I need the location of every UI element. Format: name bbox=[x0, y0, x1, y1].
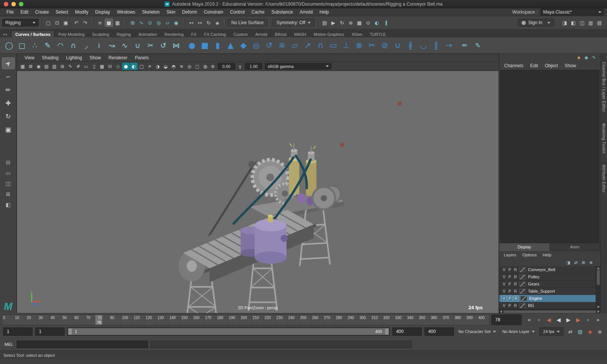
viewport-canvas[interactable]: y x z 2D Pan/Zoom : persp 24 fps bbox=[17, 71, 499, 313]
zoom-window-button[interactable] bbox=[19, 2, 23, 6]
layer-display-type-toggle[interactable]: R bbox=[513, 296, 519, 301]
nurbs-cube-icon[interactable]: ■ bbox=[199, 39, 211, 52]
menu-edit[interactable]: Edit bbox=[17, 9, 32, 15]
shelf-tab-sculpting[interactable]: Sculpting bbox=[88, 31, 113, 37]
camera-attributes-icon[interactable]: ◉ bbox=[35, 63, 42, 70]
gamma-field[interactable]: 1.00 bbox=[245, 63, 262, 69]
layer-playback-toggle[interactable]: P bbox=[507, 274, 513, 280]
layer-visibility-toggle[interactable]: V bbox=[501, 296, 506, 301]
layer-name[interactable]: Gears bbox=[527, 282, 539, 286]
lock-camera-icon[interactable]: ⊠ bbox=[27, 63, 34, 70]
menu-display[interactable]: Display bbox=[92, 9, 113, 15]
character-set-menu[interactable]: No Character Set bbox=[457, 329, 498, 334]
sidebar-toggle-modeling-toolkit-icon[interactable]: ▥ bbox=[587, 19, 595, 27]
construction-history-icon[interactable]: ↻ bbox=[204, 19, 213, 27]
layer-name[interactable]: BG bbox=[527, 303, 534, 308]
extend-curve-icon[interactable]: ↝ bbox=[106, 39, 118, 52]
shelf-tab-turtle[interactable]: TURTLE bbox=[366, 31, 390, 37]
current-frame-field[interactable]: 78 bbox=[491, 315, 522, 325]
channelbox-menu-channels[interactable]: Channels bbox=[501, 63, 527, 68]
layer-menu-options[interactable]: Options bbox=[519, 253, 540, 257]
shelf-tab-custom[interactable]: Custom bbox=[229, 31, 251, 37]
make-live-icon[interactable]: ◉ bbox=[172, 19, 180, 27]
wireframe-icon[interactable]: □ bbox=[138, 63, 146, 70]
select-by-hierarchy-icon[interactable]: ≡ bbox=[96, 19, 104, 27]
animation-start-field[interactable]: 1 bbox=[3, 327, 33, 336]
locator-marker[interactable] bbox=[397, 101, 402, 107]
step-forward-key-button[interactable]: ▶ bbox=[574, 315, 583, 324]
viewport-menu-view[interactable]: View bbox=[21, 55, 38, 60]
project-curve-icon[interactable]: ⊥ bbox=[340, 39, 352, 52]
untrim-icon[interactable]: ⊘ bbox=[379, 39, 391, 52]
use-all-lights-icon[interactable]: ☀ bbox=[146, 63, 153, 70]
menu-select[interactable]: Select bbox=[52, 9, 71, 15]
shelf-tab-fx[interactable]: FX bbox=[187, 31, 200, 37]
layer-tab-anim[interactable]: Anim bbox=[550, 243, 601, 251]
layer-visibility-toggle[interactable]: V bbox=[501, 267, 507, 273]
ipr-render-icon[interactable]: ↻ bbox=[338, 19, 346, 27]
live-surface-button[interactable]: No Live Surface bbox=[227, 19, 268, 26]
shelf-tab-motion-graphics[interactable]: Motion Graphics bbox=[310, 31, 348, 37]
shelf-tab-xgen[interactable]: XGen bbox=[348, 31, 366, 37]
channelbox-menu-show[interactable]: Show bbox=[561, 63, 579, 68]
create-layer-from-selected-icon[interactable]: ⊕ bbox=[588, 259, 594, 266]
playback-loop-icon[interactable]: ⇄ bbox=[566, 327, 574, 336]
layer-color-swatch[interactable] bbox=[519, 275, 526, 279]
menu-skin[interactable]: Skin bbox=[163, 9, 179, 15]
shadows-icon[interactable]: ◑ bbox=[154, 63, 161, 70]
open-close-curve-icon[interactable]: ↺ bbox=[157, 39, 169, 52]
insert-knot-icon[interactable]: ≀ bbox=[93, 39, 105, 52]
pause-evaluation-icon[interactable]: ‖ bbox=[382, 19, 390, 27]
shelf-tab-arnold[interactable]: Arnold bbox=[251, 31, 271, 37]
layer-playback-toggle[interactable]: P bbox=[507, 281, 513, 287]
sidebar-toggle-attribute-editor-icon[interactable]: ◨ bbox=[561, 19, 569, 27]
field-chart-icon[interactable]: ⊟ bbox=[106, 63, 114, 70]
anti-aliasing-icon[interactable]: ≋ bbox=[178, 63, 185, 70]
menu-windows[interactable]: Windows bbox=[113, 9, 139, 15]
layout-persp-outliner-button[interactable]: ◧ bbox=[3, 200, 14, 209]
menu-constrain[interactable]: Constrain bbox=[200, 9, 226, 15]
sculpt-surfaces-tool-icon[interactable]: ✏ bbox=[459, 39, 471, 52]
range-slider[interactable]: 1 400 bbox=[67, 327, 390, 336]
resolution-gate-icon[interactable]: ▯ bbox=[90, 63, 98, 70]
layer-playback-toggle[interactable]: P bbox=[507, 303, 513, 308]
layer-options-icon[interactable]: ◨ bbox=[565, 259, 571, 266]
layer-playback-toggle[interactable]: P bbox=[507, 288, 513, 294]
ambient-occlusion-icon[interactable]: ◒ bbox=[162, 63, 169, 70]
attach-surfaces-icon[interactable]: ∪ bbox=[392, 39, 404, 52]
gamma-icon[interactable]: γ bbox=[236, 63, 244, 70]
viewport-menu-shading[interactable]: Shading bbox=[38, 55, 62, 60]
detach-curves-icon[interactable]: ✂ bbox=[144, 39, 156, 52]
side-tab-attribute-editor[interactable]: Attribute Editor bbox=[602, 165, 606, 193]
layer-menu-layers[interactable]: Layers bbox=[501, 253, 519, 257]
output-connections-icon[interactable]: ↦ bbox=[196, 19, 204, 27]
boundary-icon[interactable]: ▭ bbox=[327, 39, 339, 52]
view-transform-dropdown[interactable]: sRGB gamma bbox=[265, 63, 331, 69]
depth-of-field-icon[interactable]: ◎ bbox=[186, 63, 193, 70]
redo-icon[interactable]: ↷ bbox=[81, 19, 89, 27]
layer-list-hscrollbar[interactable] bbox=[499, 309, 600, 313]
planar-icon[interactable]: ▱ bbox=[289, 39, 301, 52]
layer-row-bg[interactable]: V P R BG bbox=[499, 302, 596, 309]
layer-color-swatch[interactable] bbox=[519, 303, 526, 308]
two-point-arc-icon[interactable]: ∩ bbox=[67, 39, 79, 52]
intersect-curves-icon[interactable]: ⋈ bbox=[170, 39, 182, 52]
layer-menu-help[interactable]: Help bbox=[540, 253, 554, 257]
open-render-view-icon[interactable]: ▤ bbox=[321, 19, 329, 27]
layer-row-pulley[interactable]: V P R Pulley bbox=[499, 273, 596, 281]
scrollbar-thumb[interactable] bbox=[597, 270, 600, 285]
layer-visibility-toggle[interactable]: V bbox=[501, 281, 507, 287]
layer-row-engine[interactable]: V P R Engine bbox=[499, 295, 596, 302]
layer-row-gears[interactable]: V P R Gears bbox=[499, 281, 596, 288]
timeline-playhead[interactable]: 78 bbox=[96, 315, 102, 325]
layer-visibility-toggle[interactable]: V bbox=[501, 274, 507, 280]
go-to-end-button[interactable]: » bbox=[593, 315, 602, 324]
rotate-tool[interactable]: ↻ bbox=[2, 110, 15, 122]
birail-icon[interactable]: ∩ bbox=[314, 39, 327, 52]
side-tab-modeling-toolkit[interactable]: Modeling Toolkit bbox=[602, 123, 606, 154]
undo-icon[interactable]: ↶ bbox=[72, 19, 81, 27]
nurbs-cylinder-icon[interactable]: ▮ bbox=[212, 39, 224, 52]
animation-preferences-icon[interactable]: ⊛ bbox=[596, 327, 604, 336]
snap-to-curve-icon[interactable]: ∿ bbox=[137, 19, 146, 27]
layer-color-swatch[interactable] bbox=[519, 289, 526, 294]
